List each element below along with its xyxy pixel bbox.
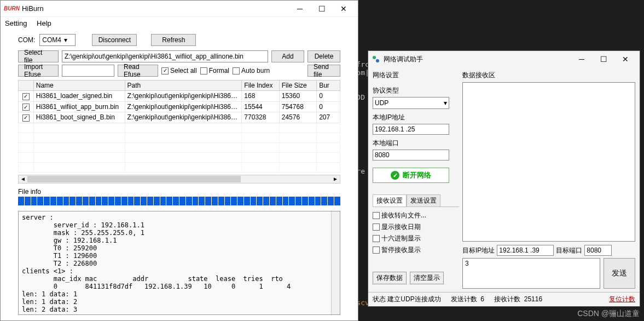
netassist-window: 网络调试助手 ─ ☐ ✕ 网络设置 协议类型 UDP▾ 本地IP地址 192.1… [368,50,640,307]
tab-send-settings[interactable]: 发送设置 [407,194,440,207]
log-output[interactable]: server : server_id : 192.168.1.1 mask : … [18,211,340,316]
minimize-button[interactable]: ─ [289,1,311,16]
tx-count: 6 [480,295,484,303]
local-ip-label: 本地IP地址 [373,113,459,122]
target-ip-input[interactable]: 192.168.1 .39 [497,245,554,256]
send-textarea[interactable]: 3 [462,258,600,289]
opt-show-date[interactable]: 显示接收日期 [373,222,459,232]
watermark: CSDN @骊山道童 [577,309,640,319]
svg-point-0 [373,56,376,59]
select-all-checkbox[interactable]: ✓Select all [161,67,197,74]
select-file-button[interactable]: Select file [18,50,59,62]
opt-hex[interactable]: 十六进制显示 [373,234,459,243]
opt-to-file[interactable]: 接收转向文件... [373,211,459,220]
scroll-right-icon[interactable]: ► [331,176,340,182]
chevron-down-icon: ▾ [444,99,447,107]
scroll-left-icon[interactable]: ◄ [19,176,27,182]
netassist-titlebar: 网络调试助手 ─ ☐ ✕ [368,51,640,67]
rx-count: 25116 [524,295,542,303]
read-efuse-button[interactable]: Read Efuse [118,65,158,77]
target-port-input[interactable]: 8080 [584,245,612,256]
status-value: 建立UDP连接成功 [387,295,440,303]
local-port-input[interactable]: 8080 [373,150,449,160]
close-button[interactable]: ✕ [614,51,636,67]
row-checkbox[interactable]: ✓ [22,104,30,111]
local-port-label: 本地端口 [373,139,459,148]
table-header: Name Path File Index File Size Bur [19,81,340,91]
com-label: COM: [18,36,35,44]
net-config-label: 网络设置 [373,71,459,80]
file-info-label: File info [18,188,340,196]
local-ip-input[interactable]: 192.168.1 .25 [373,124,449,135]
menu-setting[interactable]: Setting [5,19,27,27]
log-scrollbar[interactable] [331,211,340,315]
file-path-input[interactable]: Z:\genkipi\out\genkipi\genkipi\Hi3861_wi… [62,50,268,62]
maximize-button[interactable]: ☐ [593,51,614,67]
tab-recv-settings[interactable]: 接收设置 [373,194,407,207]
file-table: Name Path File Index File Size Bur ✓ Hi3… [18,80,340,173]
table-row[interactable]: ✓ Hi3861_loader_signed.binZ:\genkipi\out… [19,91,340,102]
row-checkbox[interactable]: ✓ [22,93,30,100]
auto-burn-checkbox[interactable]: Auto burn [233,67,270,74]
hiburn-logo: BURN [4,5,20,12]
recv-area-label: 数据接收区 [462,71,635,80]
svg-point-1 [376,59,379,62]
menu-help[interactable]: Help [37,19,51,27]
table-row[interactable]: ✓ Hi3861_boot_signed_B.binZ:\genkipi\out… [19,112,340,123]
table-scrollbar[interactable]: ◄ ► [18,175,340,184]
maximize-button[interactable]: ☐ [311,1,333,16]
minimize-button[interactable]: ─ [571,51,593,67]
hiburn-menubar: Setting Help [1,17,358,32]
hiburn-title: HiBurn [22,4,44,13]
send-file-button[interactable]: Send file [308,65,340,77]
progress-bar [18,197,340,205]
efuse-path-input[interactable] [62,65,114,77]
refresh-button[interactable]: Refresh [151,34,196,46]
send-button[interactable]: 发送 [604,258,635,289]
row-checkbox[interactable]: ✓ [22,114,30,122]
hiburn-titlebar: BURN HiBurn ─ ☐ ✕ [1,1,358,17]
clear-display-button[interactable]: 清空显示 [410,272,444,284]
import-efuse-button[interactable]: Import Efuse [18,65,59,77]
status-bar: 状态 建立UDP连接成功 发送计数 6 接收计数 25116 复位计数 [368,292,640,306]
add-button[interactable]: Add [271,50,304,62]
table-row[interactable]: ✓ Hi3861_wifiiot_app_burn.binZ:\genkipi\… [19,101,340,112]
com-select[interactable]: COM4▾ [39,34,76,46]
recv-textarea[interactable] [462,82,635,242]
save-data-button[interactable]: 保存数据 [373,272,407,284]
netassist-title: 网络调试助手 [384,55,423,64]
reset-count-link[interactable]: 复位计数 [609,295,635,304]
close-button[interactable]: ✕ [333,1,355,16]
disconnect-button[interactable]: Disconnect [92,34,137,46]
target-ip-label: 目标IP地址 [462,246,495,255]
delete-button[interactable]: Delete [308,50,340,62]
disconnect-network-button[interactable]: ✓ 断开网络 [373,168,449,183]
target-port-label: 目标端口 [556,246,582,255]
netassist-icon [372,55,380,64]
hiburn-window: BURN HiBurn ─ ☐ ✕ Setting Help COM: COM4… [0,0,358,321]
opt-pause[interactable]: 暂停接收显示 [373,245,459,255]
chevron-down-icon: ▾ [61,36,70,44]
protocol-label: 协议类型 [373,86,459,95]
check-icon: ✓ [391,171,399,180]
formal-checkbox[interactable]: Formal [200,67,229,74]
protocol-select[interactable]: UDP▾ [373,97,449,109]
